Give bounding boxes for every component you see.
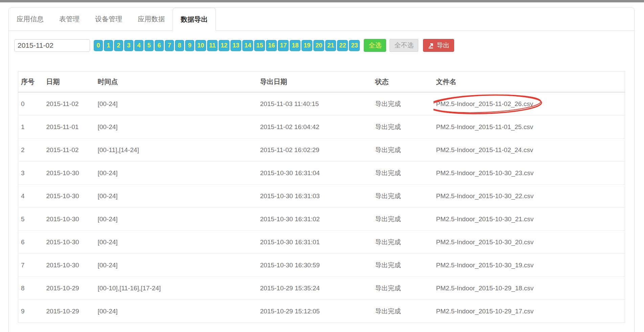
table-cell: 4 (18, 185, 44, 208)
table-cell: 5 (18, 208, 44, 231)
hour-button-10[interactable]: 10 (195, 40, 206, 51)
export-button[interactable]: 导出 (423, 39, 454, 52)
hour-button-8[interactable]: 8 (175, 40, 184, 51)
table-cell: PM2.5-Indoor_2015-11-02_24.csv (434, 139, 625, 162)
hour-button-21[interactable]: 21 (325, 40, 336, 51)
table-cell: 2 (18, 139, 44, 162)
column-header: 序号 (18, 71, 44, 92)
table-cell: PM2.5-Indoor_2015-10-30_19.csv (434, 254, 625, 277)
table-cell: 1 (18, 116, 44, 139)
table-cell: [00-24] (95, 162, 258, 185)
table-cell: 2015-11-02 (44, 92, 95, 116)
column-header: 文件名 (434, 71, 625, 92)
hour-button-20[interactable]: 20 (313, 40, 324, 51)
date-input[interactable] (14, 39, 90, 52)
table-cell: 2015-10-29 15:12:05 (258, 300, 373, 323)
tab-table-mgmt[interactable]: 表管理 (51, 8, 87, 30)
table-row: 32015-10-30[00-24]2015-10-30 16:31:04导出完… (18, 162, 625, 185)
table-cell: [00-11],[14-24] (95, 139, 258, 162)
table-row: 72015-10-30[00-24]2015-10-30 16:30:59导出完… (18, 254, 625, 277)
hour-button-11[interactable]: 11 (207, 40, 218, 51)
table-cell: PM2.5-Indoor_2015-10-29_17.csv (434, 300, 625, 323)
export-toolbar: 01234567891011121314151617181920212223 全… (14, 39, 629, 52)
hour-button-22[interactable]: 22 (337, 40, 348, 51)
table-cell: 9 (18, 300, 44, 323)
table-cell: PM2.5-Indoor_2015-10-30_21.csv (434, 208, 625, 231)
table-row: 62015-10-30[00-24]2015-10-30 16:31:01导出完… (18, 231, 625, 254)
hour-button-0[interactable]: 0 (94, 40, 103, 51)
table-cell: 导出完成 (373, 116, 434, 139)
table-cell: 2015-10-30 (44, 162, 95, 185)
table-cell: 导出完成 (373, 92, 434, 116)
table-cell: 3 (18, 162, 44, 185)
tab-data-export[interactable]: 数据导出 (173, 8, 216, 31)
select-none-button[interactable]: 全不选 (390, 39, 418, 52)
hour-button-9[interactable]: 9 (185, 40, 194, 51)
annotation-ellipse (434, 94, 543, 115)
table-cell: 2015-10-29 15:35:24 (258, 277, 373, 300)
table-row: 92015-10-29[00-24]2015-10-29 15:12:05导出完… (18, 300, 625, 323)
table-cell: 2015-10-30 16:31:01 (258, 231, 373, 254)
table-cell: 2015-11-02 (44, 139, 95, 162)
hour-button-4[interactable]: 4 (134, 40, 143, 51)
table-body: 02015-11-02[00-24]2015-11-03 11:40:15导出完… (18, 92, 625, 323)
table-cell: 2015-10-30 (44, 254, 95, 277)
hour-button-3[interactable]: 3 (124, 40, 133, 51)
tab-device-mgmt[interactable]: 设备管理 (87, 8, 130, 30)
table-cell: 2015-11-03 11:40:15 (258, 92, 373, 116)
table-cell: PM2.5-Indoor_2015-10-30_20.csv (434, 231, 625, 254)
export-button-label: 导出 (437, 41, 449, 50)
tab-app-data[interactable]: 应用数据 (130, 8, 173, 30)
table-row: 52015-10-30[00-24]2015-10-30 16:31:02导出完… (18, 208, 625, 231)
table-cell: 2015-11-02 16:02:29 (258, 139, 373, 162)
table-cell: 导出完成 (373, 185, 434, 208)
hour-button-15[interactable]: 15 (254, 40, 265, 51)
table-cell: PM2.5-Indoor_2015-11-02_26.csv (434, 92, 625, 116)
table-cell: [00-10],[11-16],[17-24] (95, 277, 258, 300)
hour-button-19[interactable]: 19 (302, 40, 312, 51)
table-cell: PM2.5-Indoor_2015-10-30_22.csv (434, 185, 625, 208)
hour-button-14[interactable]: 14 (242, 40, 253, 51)
table-cell: 2015-10-30 16:30:59 (258, 254, 373, 277)
table-cell: 2015-10-29 (44, 277, 95, 300)
hour-button-7[interactable]: 7 (165, 40, 174, 51)
column-header: 日期 (44, 71, 95, 92)
hour-button-16[interactable]: 16 (266, 40, 277, 51)
export-history-table: 序号日期时间点导出日期状态文件名 02015-11-02[00-24]2015-… (18, 71, 625, 323)
table-cell: 2015-10-30 (44, 208, 95, 231)
table-cell: 2015-11-02 16:04:42 (258, 116, 373, 139)
table-cell: 导出完成 (373, 300, 434, 323)
table-cell: [00-24] (95, 92, 258, 116)
hour-button-group: 01234567891011121314151617181920212223 (94, 40, 360, 51)
column-header: 导出日期 (258, 71, 373, 92)
table-cell: 7 (18, 254, 44, 277)
hour-button-13[interactable]: 13 (230, 40, 241, 51)
table-cell: 2015-10-30 16:31:02 (258, 208, 373, 231)
table-cell: [00-24] (95, 300, 258, 323)
table-cell: [00-24] (95, 208, 258, 231)
table-cell: [00-24] (95, 254, 258, 277)
table-row: 82015-10-29[00-10],[11-16],[17-24]2015-1… (18, 277, 625, 300)
hour-button-2[interactable]: 2 (114, 40, 123, 51)
column-header: 状态 (373, 71, 434, 92)
select-all-button[interactable]: 全选 (364, 39, 386, 52)
table-header-row: 序号日期时间点导出日期状态文件名 (18, 71, 625, 92)
hour-button-5[interactable]: 5 (145, 40, 154, 51)
hour-button-6[interactable]: 6 (155, 40, 164, 51)
main-panel: 应用信息表管理设备管理应用数据数据导出 01234567891011121314… (8, 7, 635, 332)
table-cell: 导出完成 (373, 231, 434, 254)
hour-button-12[interactable]: 12 (219, 40, 229, 51)
table-cell: 8 (18, 277, 44, 300)
table-cell: 6 (18, 231, 44, 254)
table-cell: 导出完成 (373, 254, 434, 277)
hour-button-1[interactable]: 1 (104, 40, 113, 51)
table-cell: [00-24] (95, 185, 258, 208)
table-cell: 2015-10-30 16:31:04 (258, 162, 373, 185)
tab-app-info[interactable]: 应用信息 (9, 8, 51, 30)
export-history-section: 序号日期时间点导出日期状态文件名 02015-11-02[00-24]2015-… (18, 71, 625, 323)
hour-button-23[interactable]: 23 (349, 40, 360, 51)
tab-bar: 应用信息表管理设备管理应用数据数据导出 (9, 8, 634, 31)
table-row: 22015-11-02[00-11],[14-24]2015-11-02 16:… (18, 139, 625, 162)
hour-button-17[interactable]: 17 (278, 40, 289, 51)
hour-button-18[interactable]: 18 (290, 40, 301, 51)
